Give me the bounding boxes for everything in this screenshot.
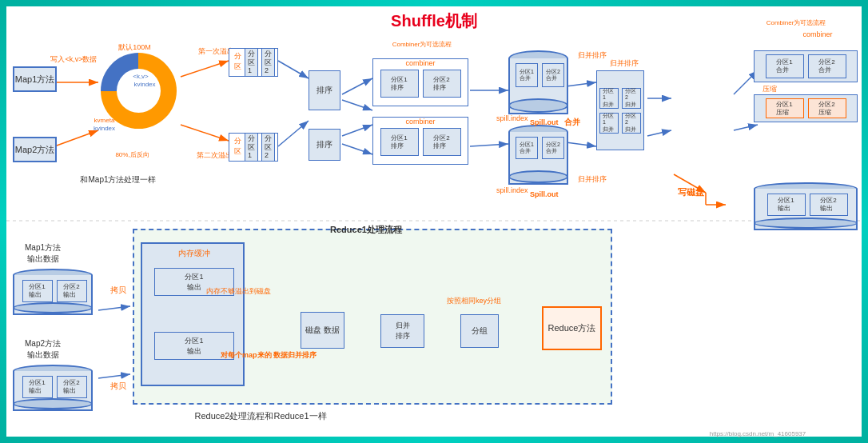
bottom-border [0, 437, 868, 443]
part2-output: 分区2输出 [810, 194, 848, 216]
write-label: 写入<k,v>数据 [48, 54, 100, 65]
sort-box-2: 排序 [309, 129, 340, 161]
part1-merge-2: 分区1合并 [516, 137, 538, 159]
cylinder-1-body: 分区1合并 分区2合并 [508, 58, 568, 114]
cylinder-2-bottom-ellipse [508, 170, 568, 183]
kvmeta-label: kvmeta [86, 117, 122, 124]
map1-cyl-content: 分区1输出 分区2输出 [14, 279, 94, 303]
svg-line-8 [278, 61, 309, 78]
mem-buffer-box: 内存缓冲 分区1输出 分区1输出 [141, 242, 245, 386]
svg-line-9 [278, 121, 309, 146]
reduce-method-box: Reduce方法 [542, 306, 602, 350]
svg-line-16 [566, 82, 596, 86]
right-merge-sort-box: 分区1归并 分区2归并 分区1归并 分区2归并 [596, 70, 644, 150]
main-content: Shuffle机制 [6, 6, 862, 437]
part1-merge: 分区1合并 [516, 63, 538, 87]
part1-combine-right: 分区1合并 [766, 54, 804, 78]
output-cyl-content: 分区1输出 分区2输出 [755, 193, 859, 217]
map1-part1-out: 分区1输出 [22, 280, 53, 302]
part1-box: 分区1 [245, 48, 258, 77]
partition-boxes-2: 分区1 分区2 [244, 132, 276, 162]
insufficient-label: 内存不够溢出到磁盘 [190, 286, 286, 297]
map2-cyl-body: 分区1输出 分区2输出 [13, 371, 93, 411]
partition-boxes-1: 分区1 分区2 [244, 47, 276, 78]
svg-line-11 [342, 100, 372, 110]
top-border [0, 0, 868, 6]
right-compress-row: 分区1压缩 分区2压缩 [754, 94, 858, 122]
kv-label: <k,v> [125, 73, 157, 80]
part2-box-2: 分区2 [261, 133, 275, 162]
part2-sort-box-2: 分区2排序 [423, 128, 461, 156]
sort-box-1: 排序 [309, 70, 340, 110]
partition-group-1: 分区 分区1 分区2 [229, 48, 278, 77]
svg-line-19 [647, 130, 671, 136]
map2-out-cylinder: 分区1输出 分区2输出 [13, 365, 93, 419]
spill-index-2: spill.index [496, 186, 528, 194]
part2-compress-right: 分区2压缩 [808, 98, 846, 118]
right-merge-row-2: 分区1归并 分区2归并 [599, 112, 642, 134]
right-border [862, 0, 868, 443]
map2-cyl-bottom [13, 398, 93, 409]
part2-merge: 分区2合并 [542, 63, 564, 87]
svg-line-7 [181, 125, 229, 141]
svg-line-13 [342, 144, 372, 154]
part2-combine-right: 分区2合并 [808, 54, 846, 78]
svg-line-17 [566, 142, 596, 146]
merge-sort-2-label: 归并排序 [566, 174, 618, 185]
spill-out-1: Spill.out [530, 118, 559, 126]
map1-cyl-body: 分区1输出 分区2输出 [13, 275, 93, 315]
svg-line-12 [342, 125, 372, 136]
part1-sort-box: 分区1排序 [380, 70, 419, 98]
guibing-paixu-label: 归并排序 [596, 58, 652, 69]
spill-index-1: spill.index [496, 114, 528, 122]
part1-sort-box-2: 分区1排序 [380, 128, 419, 156]
combiner-label-2: combiner [373, 118, 468, 126]
compress-label: 压缩 [754, 84, 786, 94]
svg-line-10 [342, 78, 372, 94]
fq1-label: 分区 [231, 51, 244, 72]
left-border [0, 0, 6, 443]
disk-write-label: 写磁盘 [678, 186, 704, 198]
map2-part2-out: 分区2输出 [57, 376, 87, 398]
map2-cyl-content: 分区1输出 分区2输出 [14, 375, 94, 399]
part2-merge-2: 分区2合并 [542, 137, 564, 159]
map1-out-label: Map1方法输出数据 [13, 242, 73, 265]
right-merge-row-1: 分区1归并 分区2归并 [599, 87, 642, 110]
svg-line-24 [98, 374, 130, 378]
part1-box-2: 分区1 [245, 133, 258, 162]
part1-guibing-2: 分区1归并 [599, 113, 619, 134]
kvindex2-label: kvindex [86, 125, 122, 132]
sort-parts-row-2: 分区1排序 分区2排序 [373, 127, 468, 157]
cylinder-1: 分区1合并 分区2合并 [508, 50, 568, 122]
right-section: 分区1合并 分区2合并 压缩 分区1压缩 分区2压缩 [754, 50, 858, 122]
svg-line-15 [470, 144, 508, 146]
map2-part1-out: 分区1输出 [22, 376, 53, 398]
fq2-label: 分区 [231, 136, 244, 157]
combiner-optional-right: Combiner为可选流程 [740, 18, 852, 27]
sort-parts-row-1: 分区1排序 分区2排序 [373, 69, 468, 98]
reduce-title: Reduce1处理流程 [286, 224, 446, 236]
part2-guibing-2: 分区2归并 [622, 113, 641, 134]
svg-line-21 [734, 125, 758, 130]
bottom-sorted-parts: combiner 分区1排序 分区2排序 [372, 117, 468, 165]
map1-method-box: Map1方法 [13, 66, 57, 92]
percent-80-label: 80%,后反向 [102, 150, 162, 159]
map2-out-label: Map2方法输出数据 [13, 338, 73, 361]
spill-out-2: Spill.out [530, 190, 559, 198]
svg-line-6 [181, 61, 229, 77]
map1-cyl-bottom [13, 302, 93, 313]
disk-data-box: 磁盘 数据 [301, 312, 344, 349]
map1-out-cylinder: 分区1输出 分区2输出 [13, 269, 93, 323]
part1-output: 分区1输出 [767, 194, 806, 216]
same-as-map1-label: 和Map1方法处理一样 [62, 174, 174, 186]
merge-combine-label: 合并 [564, 117, 580, 128]
map2-method-box: Map2方法 [13, 137, 57, 162]
svg-line-23 [98, 306, 130, 310]
url-label: https://blog.csdn.net/m_41605937 [670, 430, 846, 437]
part2-sort-box: 分区2排序 [423, 70, 461, 98]
part2-guibing: 分区2归并 [622, 88, 641, 109]
combiner-optional-label-1: Combiner为可选流程 [366, 40, 478, 49]
cylinder-2-content: 分区1合并 分区2合并 [510, 136, 570, 160]
right-combine-row: 分区1合并 分区2合并 [754, 50, 858, 82]
combiner-right-label: combiner [798, 30, 838, 38]
